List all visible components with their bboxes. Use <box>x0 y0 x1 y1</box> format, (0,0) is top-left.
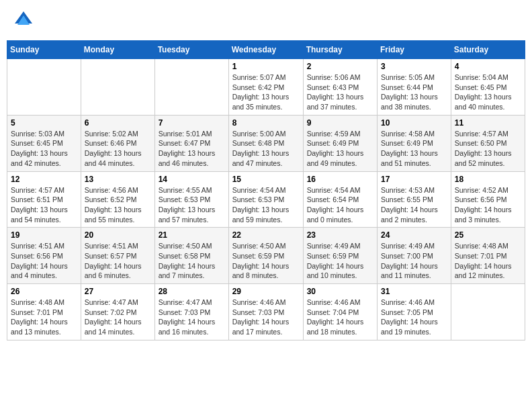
calendar-cell: 30Sunrise: 4:46 AMSunset: 7:04 PMDayligh… <box>303 284 377 340</box>
calendar-cell: 26Sunrise: 4:48 AMSunset: 7:01 PMDayligh… <box>7 284 81 340</box>
day-number: 3 <box>381 62 447 71</box>
day-number: 28 <box>159 287 225 296</box>
calendar-cell: 16Sunrise: 4:54 AMSunset: 6:54 PMDayligh… <box>303 171 377 228</box>
day-number: 25 <box>455 230 521 240</box>
day-number: 8 <box>232 118 300 128</box>
calendar-cell: 22Sunrise: 4:50 AMSunset: 6:59 PMDayligh… <box>228 228 303 284</box>
calendar-week-1: 1Sunrise: 5:07 AMSunset: 6:42 PMDaylight… <box>7 59 525 116</box>
day-header-saturday: Saturday <box>451 41 525 59</box>
calendar-cell <box>154 59 228 116</box>
day-info: Sunrise: 4:48 AMSunset: 7:01 PMDaylight:… <box>11 298 77 337</box>
day-number: 20 <box>85 230 151 240</box>
day-header-tuesday: Tuesday <box>154 41 228 59</box>
day-number: 18 <box>455 175 521 184</box>
calendar-cell <box>81 59 154 116</box>
day-info: Sunrise: 5:02 AMSunset: 6:46 PMDaylight:… <box>85 129 151 169</box>
calendar-cell: 17Sunrise: 4:53 AMSunset: 6:55 PMDayligh… <box>378 171 451 228</box>
day-info: Sunrise: 4:59 AMSunset: 6:49 PMDaylight:… <box>307 129 373 169</box>
day-info: Sunrise: 4:48 AMSunset: 7:01 PMDaylight:… <box>455 241 521 281</box>
day-info: Sunrise: 4:50 AMSunset: 6:59 PMDaylight:… <box>232 241 300 281</box>
day-header-thursday: Thursday <box>303 41 377 59</box>
calendar-week-3: 12Sunrise: 4:57 AMSunset: 6:51 PMDayligh… <box>7 171 525 228</box>
calendar-cell: 14Sunrise: 4:55 AMSunset: 6:53 PMDayligh… <box>154 171 228 228</box>
day-info: Sunrise: 4:49 AMSunset: 6:59 PMDaylight:… <box>307 241 373 281</box>
day-number: 19 <box>11 230 77 240</box>
calendar-week-2: 5Sunrise: 5:03 AMSunset: 6:45 PMDaylight… <box>7 115 525 171</box>
calendar-cell: 3Sunrise: 5:05 AMSunset: 6:44 PMDaylight… <box>378 59 451 116</box>
logo <box>13 10 36 30</box>
calendar-cell: 9Sunrise: 4:59 AMSunset: 6:49 PMDaylight… <box>303 115 377 171</box>
calendar-cell: 28Sunrise: 4:47 AMSunset: 7:03 PMDayligh… <box>154 284 228 340</box>
calendar-cell: 15Sunrise: 4:54 AMSunset: 6:53 PMDayligh… <box>228 171 303 228</box>
day-info: Sunrise: 4:51 AMSunset: 6:57 PMDaylight:… <box>85 241 151 281</box>
day-number: 13 <box>85 175 151 184</box>
calendar-cell <box>7 59 81 116</box>
calendar-cell: 25Sunrise: 4:48 AMSunset: 7:01 PMDayligh… <box>451 228 525 284</box>
calendar-cell: 11Sunrise: 4:57 AMSunset: 6:50 PMDayligh… <box>451 115 525 171</box>
calendar-cell: 12Sunrise: 4:57 AMSunset: 6:51 PMDayligh… <box>7 171 81 228</box>
day-info: Sunrise: 4:46 AMSunset: 7:03 PMDaylight:… <box>232 298 300 337</box>
calendar-cell: 20Sunrise: 4:51 AMSunset: 6:57 PMDayligh… <box>81 228 154 284</box>
calendar-cell <box>451 284 525 340</box>
day-number: 17 <box>381 175 447 184</box>
calendar-cell: 31Sunrise: 4:46 AMSunset: 7:05 PMDayligh… <box>378 284 451 340</box>
day-info: Sunrise: 5:03 AMSunset: 6:45 PMDaylight:… <box>11 129 77 169</box>
calendar-cell: 27Sunrise: 4:47 AMSunset: 7:02 PMDayligh… <box>81 284 154 340</box>
day-header-sunday: Sunday <box>7 41 81 59</box>
day-info: Sunrise: 4:57 AMSunset: 6:51 PMDaylight:… <box>11 185 77 225</box>
calendar-cell: 21Sunrise: 4:50 AMSunset: 6:58 PMDayligh… <box>154 228 228 284</box>
calendar-cell: 13Sunrise: 4:56 AMSunset: 6:52 PMDayligh… <box>81 171 154 228</box>
day-number: 6 <box>85 118 151 128</box>
day-info: Sunrise: 4:49 AMSunset: 7:00 PMDaylight:… <box>381 241 447 281</box>
day-number: 15 <box>232 175 300 184</box>
logo-icon <box>13 10 34 30</box>
day-number: 5 <box>11 118 77 128</box>
day-number: 21 <box>159 230 225 240</box>
calendar-cell: 4Sunrise: 5:04 AMSunset: 6:45 PMDaylight… <box>451 59 525 116</box>
day-info: Sunrise: 4:47 AMSunset: 7:02 PMDaylight:… <box>85 298 151 337</box>
day-number: 29 <box>232 287 300 296</box>
day-number: 2 <box>307 62 373 71</box>
day-header-monday: Monday <box>81 41 154 59</box>
day-number: 16 <box>307 175 373 184</box>
calendar-cell: 29Sunrise: 4:46 AMSunset: 7:03 PMDayligh… <box>228 284 303 340</box>
calendar-cell: 18Sunrise: 4:52 AMSunset: 6:56 PMDayligh… <box>451 171 525 228</box>
calendar-cell: 10Sunrise: 4:58 AMSunset: 6:49 PMDayligh… <box>378 115 451 171</box>
day-info: Sunrise: 5:07 AMSunset: 6:42 PMDaylight:… <box>232 73 300 112</box>
day-info: Sunrise: 4:46 AMSunset: 7:05 PMDaylight:… <box>381 298 447 337</box>
day-info: Sunrise: 4:54 AMSunset: 6:53 PMDaylight:… <box>232 185 300 225</box>
calendar-cell: 7Sunrise: 5:01 AMSunset: 6:47 PMDaylight… <box>154 115 228 171</box>
day-number: 12 <box>11 175 77 184</box>
day-info: Sunrise: 4:57 AMSunset: 6:50 PMDaylight:… <box>455 129 521 169</box>
calendar-cell: 23Sunrise: 4:49 AMSunset: 6:59 PMDayligh… <box>303 228 377 284</box>
calendar-cell: 19Sunrise: 4:51 AMSunset: 6:56 PMDayligh… <box>7 228 81 284</box>
day-info: Sunrise: 4:54 AMSunset: 6:54 PMDaylight:… <box>307 185 373 225</box>
day-info: Sunrise: 5:01 AMSunset: 6:47 PMDaylight:… <box>159 129 225 169</box>
page-header <box>7 7 525 34</box>
day-info: Sunrise: 4:53 AMSunset: 6:55 PMDaylight:… <box>381 185 447 225</box>
calendar-cell: 6Sunrise: 5:02 AMSunset: 6:46 PMDaylight… <box>81 115 154 171</box>
calendar-cell: 2Sunrise: 5:06 AMSunset: 6:43 PMDaylight… <box>303 59 377 116</box>
day-number: 10 <box>381 118 447 128</box>
day-number: 11 <box>455 118 521 128</box>
day-info: Sunrise: 5:05 AMSunset: 6:44 PMDaylight:… <box>381 73 447 112</box>
day-info: Sunrise: 4:56 AMSunset: 6:52 PMDaylight:… <box>85 185 151 225</box>
day-header-friday: Friday <box>378 41 451 59</box>
day-info: Sunrise: 5:06 AMSunset: 6:43 PMDaylight:… <box>307 73 373 112</box>
day-info: Sunrise: 5:00 AMSunset: 6:48 PMDaylight:… <box>232 129 300 169</box>
day-info: Sunrise: 4:50 AMSunset: 6:58 PMDaylight:… <box>159 241 225 281</box>
calendar-cell: 5Sunrise: 5:03 AMSunset: 6:45 PMDaylight… <box>7 115 81 171</box>
calendar-header-row: SundayMondayTuesdayWednesdayThursdayFrid… <box>7 41 525 59</box>
day-info: Sunrise: 4:55 AMSunset: 6:53 PMDaylight:… <box>159 185 225 225</box>
day-info: Sunrise: 5:04 AMSunset: 6:45 PMDaylight:… <box>455 73 521 112</box>
calendar-week-5: 26Sunrise: 4:48 AMSunset: 7:01 PMDayligh… <box>7 284 525 340</box>
day-number: 1 <box>232 62 300 71</box>
calendar-week-4: 19Sunrise: 4:51 AMSunset: 6:56 PMDayligh… <box>7 228 525 284</box>
day-number: 31 <box>381 287 447 296</box>
day-number: 30 <box>307 287 373 296</box>
day-number: 27 <box>85 287 151 296</box>
day-number: 7 <box>159 118 225 128</box>
day-number: 4 <box>455 62 521 71</box>
day-info: Sunrise: 4:51 AMSunset: 6:56 PMDaylight:… <box>11 241 77 281</box>
day-number: 26 <box>11 287 77 296</box>
